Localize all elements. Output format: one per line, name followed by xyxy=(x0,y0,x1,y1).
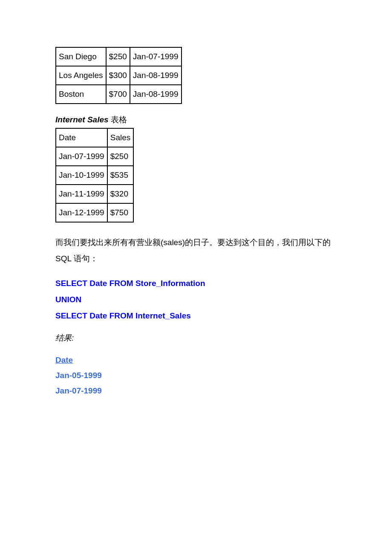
table-cell: $750 xyxy=(107,203,134,222)
table-cell: Jan-11-1999 xyxy=(56,185,107,203)
table-cell: $250 xyxy=(107,147,134,166)
result-row: Jan-07-1999 xyxy=(55,386,337,396)
table-row: Jan-12-1999 $750 xyxy=(56,203,133,222)
table-row: Los Angeles $300 Jan-08-1999 xyxy=(56,66,182,85)
internet-sales-table: Date Sales Jan-07-1999 $250 Jan-10-1999 … xyxy=(55,128,134,223)
table-cell: $250 xyxy=(106,47,130,66)
title-rest-part: 表格 xyxy=(109,115,127,124)
title-italic-part: Internet Sales xyxy=(55,115,109,124)
table-row: Jan-07-1999 $250 xyxy=(56,147,133,166)
table-header-cell: Date xyxy=(56,128,107,147)
table-row: San Diego $250 Jan-07-1999 xyxy=(56,47,182,66)
table-cell: Jan-10-1999 xyxy=(56,166,107,185)
table-row: Boston $700 Jan-08-1999 xyxy=(56,85,182,104)
table-cell: Los Angeles xyxy=(56,66,106,85)
table-row: Jan-10-1999 $535 xyxy=(56,166,133,185)
table-cell: Jan-12-1999 xyxy=(56,203,107,222)
table-header-cell: Sales xyxy=(107,128,134,147)
explanation-paragraph: 而我们要找出来所有有营业额(sales)的日子。要达到这个目的，我们用以下的 S… xyxy=(55,234,337,267)
store-information-table: San Diego $250 Jan-07-1999 Los Angeles $… xyxy=(55,47,182,104)
table-cell: Jan-08-1999 xyxy=(130,66,182,85)
table-row: Jan-11-1999 $320 xyxy=(56,185,133,203)
internet-sales-title: Internet Sales 表格 xyxy=(55,114,337,125)
result-header: Date xyxy=(55,356,337,365)
table-cell: $300 xyxy=(106,66,130,85)
table-cell: $700 xyxy=(106,85,130,104)
table-cell: San Diego xyxy=(56,47,106,66)
result-label: 结果: xyxy=(55,332,337,344)
table-cell: $320 xyxy=(107,185,134,203)
table-cell: Jan-07-1999 xyxy=(56,147,107,166)
result-row: Jan-05-1999 xyxy=(55,371,337,380)
sql-statement-line: SELECT Date FROM Store_Information xyxy=(55,279,337,288)
sql-statement-line: SELECT Date FROM Internet_Sales xyxy=(55,311,337,321)
table-cell: Jan-07-1999 xyxy=(130,47,182,66)
table-cell: Jan-08-1999 xyxy=(130,85,182,104)
table-header-row: Date Sales xyxy=(56,128,133,147)
sql-statement-line: UNION xyxy=(55,295,337,304)
table-cell: Boston xyxy=(56,85,106,104)
table-cell: $535 xyxy=(107,166,134,185)
